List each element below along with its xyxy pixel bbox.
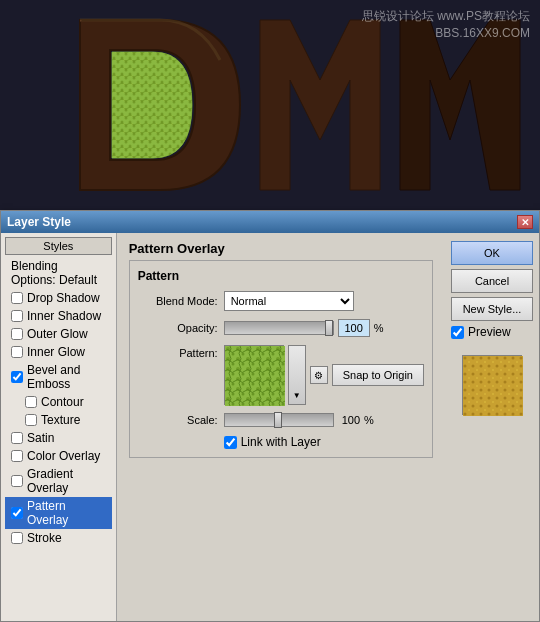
sidebar-item-pattern-overlay[interactable]: Pattern Overlay [5, 497, 112, 529]
inner-shadow-checkbox[interactable] [11, 310, 23, 322]
blend-mode-row: Blend Mode: Normal Multiply Screen Overl… [138, 291, 424, 311]
sidebar-item-contour[interactable]: Contour [5, 393, 112, 411]
bevel-emboss-checkbox[interactable] [11, 371, 23, 383]
outer-glow-checkbox[interactable] [11, 328, 23, 340]
scale-value: 100 [342, 414, 360, 426]
sidebar-item-gradient-overlay[interactable]: Gradient Overlay [5, 465, 112, 497]
styles-header[interactable]: Styles [5, 237, 112, 255]
close-button[interactable]: ✕ [517, 215, 533, 229]
svg-rect-12 [463, 356, 523, 416]
scale-slider-container: 100 % [224, 413, 374, 427]
link-with-layer-label: Link with Layer [241, 435, 321, 449]
pattern-row: Pattern: [138, 345, 424, 405]
blend-mode-label: Blend Mode: [138, 295, 218, 307]
preview-thumbnail [462, 355, 522, 415]
contour-checkbox[interactable] [25, 396, 37, 408]
sidebar-item-color-overlay[interactable]: Color Overlay [5, 447, 112, 465]
scale-label: Scale: [138, 414, 218, 426]
inner-glow-checkbox[interactable] [11, 346, 23, 358]
preview-label-text: Preview [468, 325, 511, 339]
sidebar-item-outer-glow[interactable]: Outer Glow [5, 325, 112, 343]
dialog-title: Layer Style [7, 215, 71, 229]
ok-button[interactable]: OK [451, 241, 533, 265]
watermark: 思锐设计论坛 www.PS教程论坛 BBS.16XX9.COM [362, 8, 530, 42]
blend-mode-select[interactable]: Normal Multiply Screen Overlay [224, 291, 354, 311]
pattern-settings-panel: Pattern Blend Mode: Normal Multiply Scre… [129, 260, 433, 458]
svg-rect-8 [225, 346, 285, 406]
pattern-dropdown-button[interactable]: ▼ [288, 345, 306, 405]
main-panel: Pattern Overlay Pattern Blend Mode: Norm… [117, 233, 445, 621]
pattern-preview-container: ▼ ⚙ Snap to Origin [224, 345, 424, 405]
drop-shadow-checkbox[interactable] [11, 292, 23, 304]
preview-label-row: Preview [451, 325, 533, 339]
color-overlay-checkbox[interactable] [11, 450, 23, 462]
sidebar-item-satin[interactable]: Satin [5, 429, 112, 447]
sidebar-item-drop-shadow[interactable]: Drop Shadow [5, 289, 112, 307]
opacity-label: Opacity: [138, 322, 218, 334]
sidebar-item-blending[interactable]: Blending Options: Default [5, 257, 112, 289]
section-title: Pattern Overlay [129, 241, 433, 256]
pattern-settings-icon[interactable]: ⚙ [310, 366, 328, 384]
snap-to-origin-button[interactable]: Snap to Origin [332, 364, 424, 386]
stroke-checkbox[interactable] [11, 532, 23, 544]
opacity-percent: % [374, 322, 384, 334]
texture-checkbox[interactable] [25, 414, 37, 426]
pattern-label: Pattern: [138, 345, 218, 359]
pattern-overlay-checkbox[interactable] [11, 507, 23, 519]
layer-style-dialog: Layer Style ✕ Styles Blending Options: D… [0, 210, 540, 622]
sidebar-item-inner-glow[interactable]: Inner Glow [5, 343, 112, 361]
left-panel: Styles Blending Options: Default Drop Sh… [1, 233, 117, 621]
scale-percent: % [364, 414, 374, 426]
scale-row: Scale: 100 % [138, 413, 424, 427]
preview-image: 思锐设计论坛 www.PS教程论坛 BBS.16XX9.COM [0, 0, 540, 210]
sidebar-item-bevel-emboss[interactable]: Bevel and Emboss [5, 361, 112, 393]
preview-checkbox[interactable] [451, 326, 464, 339]
opacity-slider[interactable] [224, 321, 334, 335]
sidebar-item-inner-shadow[interactable]: Inner Shadow [5, 307, 112, 325]
opacity-row: Opacity: % [138, 319, 424, 337]
cancel-button[interactable]: Cancel [451, 269, 533, 293]
title-bar: Layer Style ✕ [1, 211, 539, 233]
scale-slider[interactable] [224, 413, 334, 427]
opacity-value-input[interactable] [338, 319, 370, 337]
link-with-layer-row: Link with Layer [224, 435, 424, 449]
sidebar-item-texture[interactable]: Texture [5, 411, 112, 429]
new-style-button[interactable]: New Style... [451, 297, 533, 321]
buttons-panel: OK Cancel New Style... Preview [445, 233, 539, 621]
opacity-slider-container: % [224, 319, 384, 337]
gradient-overlay-checkbox[interactable] [11, 475, 23, 487]
sub-section-title: Pattern [138, 269, 424, 283]
link-with-layer-checkbox[interactable] [224, 436, 237, 449]
satin-checkbox[interactable] [11, 432, 23, 444]
sidebar-item-stroke[interactable]: Stroke [5, 529, 112, 547]
pattern-preview-swatch[interactable] [224, 345, 284, 405]
